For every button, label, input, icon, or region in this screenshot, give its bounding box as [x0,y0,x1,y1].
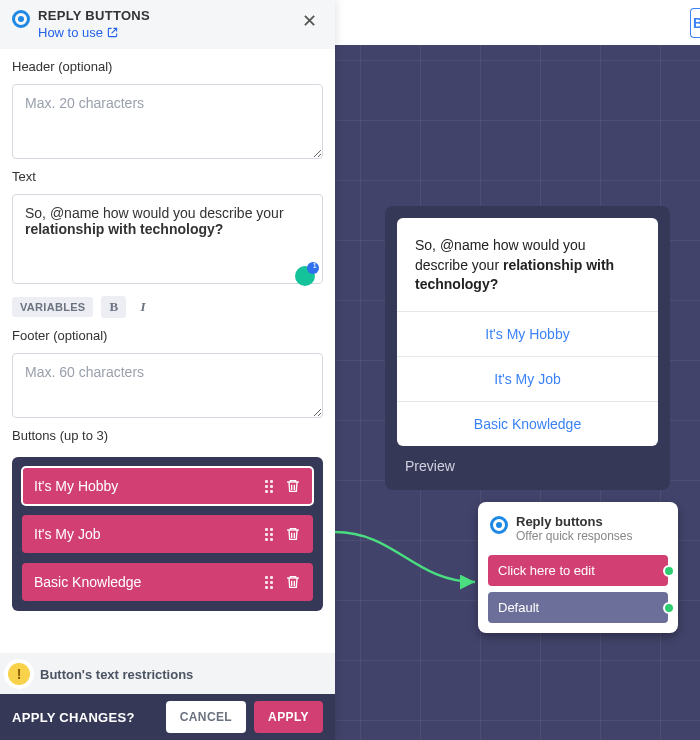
node-default-item[interactable]: Default [488,592,668,623]
apply-question: APPLY CHANGES? [12,710,135,725]
button-item-label: It's My Job [34,526,100,542]
preview-label: Preview [397,446,658,478]
connector-line [335,500,495,600]
drag-handle-icon[interactable] [265,576,275,589]
sidebar-title: REPLY BUTTONS [38,8,150,23]
external-link-icon [107,27,118,38]
top-button-fragment[interactable]: B [690,8,700,38]
warning-text: Button's text restrictions [40,667,193,682]
node-title: Reply buttons [516,514,633,529]
grammarly-icon[interactable]: 1 [295,266,315,286]
button-item-label: It's My Hobby [34,478,118,494]
node-reply-buttons[interactable]: Reply buttons Offer quick responses Clic… [478,502,678,633]
italic-button[interactable]: I [134,296,151,318]
node-edit-label: Click here to edit [498,563,595,578]
footer-input[interactable] [12,353,323,418]
output-port[interactable] [663,565,675,577]
node-default-label: Default [498,600,539,615]
button-item-label: Basic Knowledge [34,574,141,590]
trash-icon[interactable] [285,478,301,494]
drag-handle-icon[interactable] [265,480,275,493]
drag-handle-icon[interactable] [265,528,275,541]
reply-buttons-icon [12,10,30,28]
preview-text: So, @name how would you describe your re… [397,218,658,311]
buttons-list: It's My Hobby It's My Job Basic Knowledg… [12,457,323,611]
how-to-use-link[interactable]: How to use [38,25,118,40]
text-bold: relationship with technology? [25,221,223,237]
apply-bar: APPLY CHANGES? CANCEL APPLY [0,694,335,740]
button-item[interactable]: It's My Job [22,515,313,553]
editor-sidebar: REPLY BUTTONS How to use ✕ Header (optio… [0,0,335,740]
node-edit-item[interactable]: Click here to edit [488,555,668,586]
preview-button: Basic Knowledge [397,401,658,446]
preview-button: It's My Job [397,356,658,401]
cancel-button[interactable]: CANCEL [166,701,246,733]
output-port[interactable] [663,602,675,614]
buttons-label: Buttons (up to 3) [12,428,323,443]
text-input[interactable]: So, @name how would you describe your re… [12,194,323,284]
node-subtitle: Offer quick responses [516,529,633,543]
trash-icon[interactable] [285,526,301,542]
header-input[interactable] [12,84,323,159]
button-item[interactable]: It's My Hobby [22,467,313,505]
header-label: Header (optional) [12,59,323,74]
reply-buttons-icon [490,516,508,534]
trash-icon[interactable] [285,574,301,590]
close-button[interactable]: ✕ [296,8,323,34]
preview-card: So, @name how would you describe your re… [385,206,670,490]
preview-button: It's My Hobby [397,311,658,356]
variables-button[interactable]: VARIABLES [12,297,93,317]
text-toolbar: VARIABLES B I [12,296,323,318]
button-item[interactable]: Basic Knowledge [22,563,313,601]
apply-button[interactable]: APPLY [254,701,323,733]
bold-button[interactable]: B [101,296,126,318]
text-label: Text [12,169,323,184]
how-to-use-label: How to use [38,25,103,40]
sidebar-header: REPLY BUTTONS How to use ✕ [0,0,335,49]
grammarly-count: 1 [313,261,317,270]
warning-strip[interactable]: ! Button's text restrictions [0,653,335,695]
footer-label: Footer (optional) [12,328,323,343]
text-plain: So, @name how would you describe your [25,205,287,221]
warning-icon: ! [8,663,30,685]
